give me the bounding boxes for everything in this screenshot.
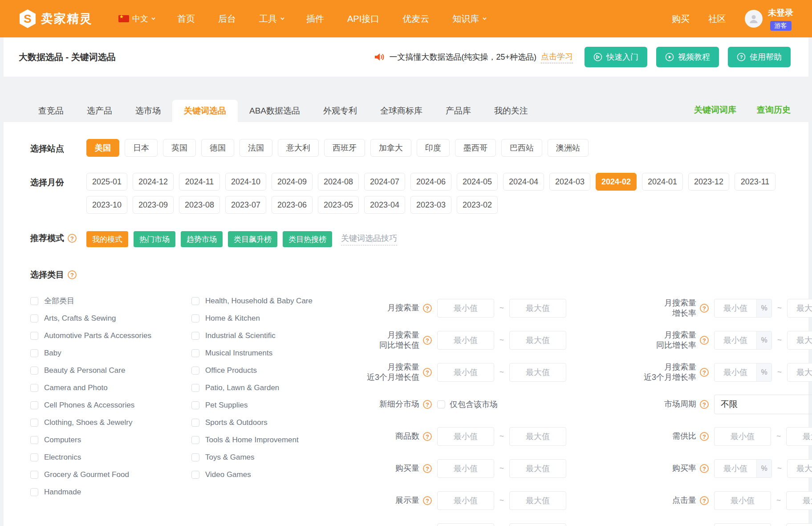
checkbox-icon[interactable] [30, 436, 38, 444]
tab-item[interactable]: 查竞品 [27, 100, 75, 122]
help-icon[interactable]: ? [700, 432, 709, 441]
category-checkbox-item[interactable]: Video Games [191, 466, 353, 483]
category-checkbox-item[interactable]: Electronics [30, 449, 191, 466]
help-icon[interactable]: ? [423, 464, 432, 473]
month-option[interactable]: 2024-07 [364, 173, 405, 191]
month-option[interactable]: 2024-11 [179, 173, 220, 191]
month-option[interactable]: 2023-05 [318, 196, 359, 214]
help-icon[interactable]: ? [423, 496, 432, 505]
checkbox-icon[interactable] [191, 314, 199, 322]
category-checkbox-item[interactable]: Handmade [30, 483, 191, 501]
mode-option-button[interactable]: 类目热搜榜 [283, 231, 332, 247]
3m-growth-rate-max-input[interactable] [788, 363, 812, 381]
yoy-growth-rate-min-input[interactable] [715, 331, 756, 349]
my-mode-button[interactable]: 我的模式 [86, 231, 128, 247]
mode-option-button[interactable]: 趋势市场 [181, 231, 223, 247]
help-icon[interactable]: ? [68, 234, 77, 243]
help-icon[interactable]: ? [423, 336, 432, 345]
checkbox-icon[interactable] [191, 297, 199, 305]
impressions-min-input[interactable] [437, 491, 494, 510]
keyword-tips-link[interactable]: 关键词选品技巧 [341, 233, 397, 245]
month-option[interactable]: 2025-01 [86, 173, 127, 191]
tab-item[interactable]: 关键词选品 [172, 100, 238, 122]
month-option[interactable]: 2023-06 [272, 196, 313, 214]
month-option[interactable]: 2024-01 [642, 173, 683, 191]
checkbox-icon[interactable] [30, 367, 38, 375]
nav-item-plugin[interactable]: 插件 [306, 13, 324, 25]
help-icon[interactable]: ? [700, 336, 709, 345]
login-block[interactable]: 未登录 游客 [768, 7, 793, 31]
month-option[interactable]: 2024-03 [549, 173, 590, 191]
month-option[interactable]: 2023-09 [133, 196, 174, 214]
help-icon[interactable]: ? [700, 304, 709, 313]
checkbox-icon[interactable] [191, 471, 199, 479]
site-option[interactable]: 墨西哥 [455, 139, 496, 157]
clicks-min-input[interactable] [714, 491, 771, 510]
help-icon[interactable]: ? [700, 400, 709, 409]
search-volume-max-input[interactable] [509, 299, 566, 318]
nav-item-tools[interactable]: 工具 [259, 13, 283, 25]
category-checkbox-item[interactable]: Pet Supplies [191, 396, 353, 414]
category-checkbox-item[interactable]: Arts, Crafts & Sewing [30, 310, 191, 327]
site-option[interactable]: 日本 [125, 139, 158, 157]
checkbox-icon[interactable] [191, 401, 199, 409]
site-option[interactable]: 法国 [240, 139, 272, 157]
checkbox-icon[interactable] [191, 367, 199, 375]
3m-growth-rate-min-input[interactable] [715, 363, 756, 381]
tab-item[interactable]: 全球商标库 [369, 100, 434, 122]
help-icon[interactable]: ? [700, 368, 709, 377]
purchase-volume-min-input[interactable] [437, 459, 494, 478]
category-checkbox-item[interactable]: Computers [30, 431, 191, 449]
clicks-max-input[interactable] [786, 491, 812, 510]
category-checkbox-item[interactable]: Patio, Lawn & Garden [191, 379, 353, 396]
checkbox-icon[interactable] [191, 349, 199, 357]
category-checkbox-item[interactable]: Automotive Parts & Accessories [30, 327, 191, 344]
help-icon[interactable]: ? [700, 496, 709, 505]
help-button[interactable]: ? 使用帮助 [728, 47, 791, 67]
checkbox-icon[interactable] [30, 419, 38, 427]
tab-item[interactable]: 产品库 [434, 100, 483, 122]
site-option[interactable]: 印度 [417, 139, 450, 157]
spr-max-input[interactable] [509, 523, 566, 526]
category-checkbox-item[interactable]: Sports & Outdoors [191, 414, 353, 431]
nav-item-youmaiyun[interactable]: 优麦云 [402, 13, 429, 25]
month-option[interactable]: 2024-09 [272, 173, 313, 191]
month-option[interactable]: 2024-12 [133, 173, 174, 191]
site-option[interactable]: 德国 [201, 139, 234, 157]
growth-rate-max-input[interactable] [788, 299, 812, 317]
growth-rate-min-input[interactable] [715, 299, 756, 317]
category-checkbox-item[interactable]: Office Products [191, 362, 353, 379]
category-checkbox-item[interactable]: Clothing, Shoes & Jewelry [30, 414, 191, 431]
month-option[interactable]: 2024-06 [410, 173, 451, 191]
brand[interactable]: S 卖家精灵 [19, 9, 93, 29]
help-icon[interactable]: ? [423, 400, 432, 409]
category-checkbox-item[interactable]: Home & Kitchen [191, 310, 353, 327]
checkbox-icon[interactable] [30, 384, 38, 392]
category-checkbox-item[interactable]: Beauty & Personal Care [30, 362, 191, 379]
tab-item[interactable]: 我的关注 [483, 100, 540, 122]
month-option[interactable]: 2024-05 [457, 173, 498, 191]
checkbox-icon[interactable] [30, 349, 38, 357]
month-option[interactable]: 2023-08 [179, 196, 220, 214]
category-checkbox-item[interactable]: Baby [30, 344, 191, 362]
month-option[interactable]: 2023-04 [364, 196, 405, 214]
help-icon[interactable]: ? [423, 432, 432, 441]
tab-item[interactable]: ABA数据选品 [238, 100, 312, 122]
category-checkbox-item[interactable]: Tools & Home Improvement [191, 431, 353, 449]
nav-item-backend[interactable]: 后台 [218, 13, 236, 25]
title-density-max-input[interactable] [786, 523, 812, 526]
month-option[interactable]: 2024-04 [503, 173, 544, 191]
site-option[interactable]: 美国 [86, 139, 119, 157]
title-density-min-input[interactable] [714, 523, 771, 526]
category-checkbox-item[interactable]: Industrial & Scientific [191, 327, 353, 344]
category-checkbox-item[interactable]: Health, Household & Baby Care [191, 292, 353, 310]
nav-item-community[interactable]: 社区 [708, 13, 726, 25]
checkbox-icon[interactable] [191, 419, 199, 427]
product-count-min-input[interactable] [437, 427, 494, 446]
quick-start-button[interactable]: 快速入门 [585, 47, 647, 67]
product-count-max-input[interactable] [509, 427, 566, 446]
yoy-growth-value-min-input[interactable] [437, 331, 494, 350]
help-icon[interactable]: ? [68, 270, 77, 279]
site-option[interactable]: 意大利 [278, 139, 319, 157]
category-checkbox-item[interactable]: Cell Phones & Accessories [30, 396, 191, 414]
